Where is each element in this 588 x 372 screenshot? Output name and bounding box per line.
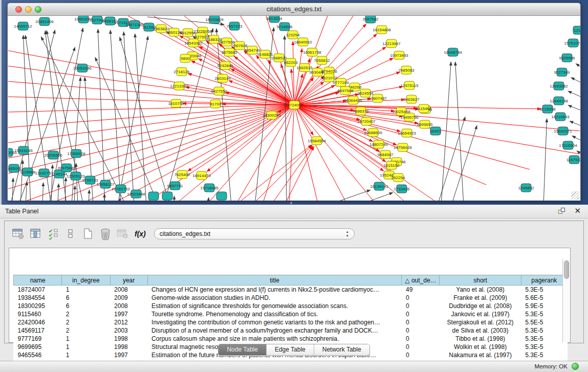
table-cell[interactable]: 5.3E-5: [521, 310, 567, 318]
frame-resize-grip[interactable]: [571, 191, 579, 200]
table-cell[interactable]: Stergiakouli et al. (2012): [440, 318, 521, 326]
column-header-name[interactable]: name: [14, 275, 62, 286]
table-cell[interactable]: 0: [402, 335, 440, 343]
table-row[interactable]: 2242004622012Investigating the contribut…: [14, 318, 568, 326]
table-cell[interactable]: Investigating the contribution of common…: [147, 318, 402, 326]
table-cell[interactable]: Franke et al. (2009): [440, 294, 521, 302]
table-cell[interactable]: 0: [402, 326, 440, 335]
table-cell[interactable]: 14569117: [14, 326, 62, 335]
table-cell[interactable]: 5.5E-5: [521, 318, 567, 326]
network-node-label: 16136141: [370, 184, 388, 189]
network-node-label: 10958107: [96, 182, 115, 187]
tab-edge-table[interactable]: Edge Table: [266, 344, 314, 355]
network-node-label: 1562615: [296, 65, 313, 70]
network-node-label: 9875685: [221, 50, 237, 55]
table-cell[interactable]: Dudbridge et al. (2008): [440, 302, 521, 310]
network-node-label: 16033809: [205, 17, 224, 22]
table-row[interactable]: 1456911722003Disruption of a novel membe…: [14, 326, 568, 335]
table-cell[interactable]: 2009: [110, 294, 147, 302]
network-node-label: 7625402: [174, 172, 190, 177]
table-cell[interactable]: de Silva et al. (2003): [440, 326, 521, 335]
table-cell[interactable]: 5.9E-5: [521, 302, 567, 310]
tab-network-table[interactable]: Network Table: [314, 344, 369, 355]
memory-status-icon[interactable]: [572, 363, 579, 370]
network-canvas[interactable]: 1872400714055712208914061065328715270026…: [8, 16, 580, 201]
table-cell[interactable]: 2: [62, 310, 110, 318]
table-cell[interactable]: 5.3E-5: [521, 335, 567, 343]
table-cell[interactable]: 1: [62, 286, 110, 294]
table-cell[interactable]: 19384554: [14, 294, 62, 302]
table-cell[interactable]: 9115460: [14, 310, 62, 318]
table-cell[interactable]: 1: [62, 335, 110, 343]
rows-icon[interactable]: [63, 226, 78, 242]
table-cell[interactable]: 2003: [110, 326, 147, 335]
table-cell[interactable]: Tibbo et al. (1998): [440, 335, 521, 343]
network-view-frame[interactable]: citations_edges.txt 18724007140557122089…: [7, 3, 581, 201]
table-cell[interactable]: 2: [62, 318, 110, 326]
table-cell[interactable]: 2008: [110, 286, 147, 294]
network-node-label: 16154808: [373, 28, 391, 32]
memory-status-label: Memory: OK: [534, 363, 568, 369]
table-cell[interactable]: 2: [62, 326, 110, 335]
table-row[interactable]: 911546021997Tourette syndrome. Phenomeno…: [14, 310, 568, 318]
network-node-label: 6497568: [337, 89, 354, 93]
network-node-label: 16914479: [192, 173, 211, 178]
new-table-icon[interactable]: [80, 226, 96, 242]
table-row[interactable]: 1830029562008Estimation of significance …: [14, 302, 568, 310]
table-cell[interactable]: 5.3E-5: [521, 286, 567, 294]
table-cell[interactable]: Jankovic et al. (1997): [440, 310, 521, 318]
table-row[interactable]: 1938455462009Genome-wide association stu…: [14, 294, 568, 302]
column-header-title[interactable]: title: [147, 275, 402, 286]
table-cell[interactable]: 0: [402, 310, 440, 318]
column-header-short[interactable]: short: [440, 275, 521, 286]
table-select-dropdown[interactable]: citations_edges.txt▲▼: [154, 228, 355, 239]
table-settings-icon[interactable]: [11, 226, 26, 242]
column-header-out_de[interactable]: △ out_de…: [402, 275, 440, 286]
table-cell[interactable]: 0: [402, 318, 440, 326]
table-row[interactable]: 977716911998Corpus callosum shape and si…: [14, 335, 568, 343]
table-cell[interactable]: 1998: [110, 335, 147, 343]
table-cell[interactable]: 18300295: [14, 302, 62, 310]
tab-node-table[interactable]: Node Table: [219, 344, 266, 355]
network-node-label: 13142757: [35, 171, 53, 176]
close-panel-icon[interactable]: ✕: [574, 206, 581, 215]
table-cell[interactable]: Disruption of a novel member of a sodium…: [147, 326, 402, 335]
select-columns-icon[interactable]: [28, 226, 43, 242]
splitter-handle[interactable]: ▴: [290, 201, 292, 205]
table-cell[interactable]: Genome-wide association studies in ADHD.: [147, 294, 402, 302]
network-node-label: 1245852: [518, 186, 534, 190]
table-cell[interactable]: 5.6E-5: [521, 294, 567, 302]
table-vertical-scrollbar[interactable]: [562, 259, 570, 342]
table-row[interactable]: 1872400712008Changes of HCN gene express…: [14, 286, 568, 294]
column-header-year[interactable]: year: [110, 275, 147, 286]
table-cell[interactable]: 0: [402, 294, 440, 302]
table-cell[interactable]: 9777169: [14, 335, 62, 343]
table-cell[interactable]: Corpus callosum shape and size in male p…: [147, 335, 402, 343]
table-cell[interactable]: 0: [402, 302, 440, 310]
table-cell[interactable]: Estimation of significance thresholds fo…: [147, 302, 402, 310]
table-cell[interactable]: 49: [402, 286, 440, 294]
table-cell[interactable]: Yano et al. (2008): [440, 286, 521, 294]
table-cell[interactable]: Changes of HCN gene expression and I(f) …: [147, 286, 402, 294]
network-node[interactable]: [162, 192, 172, 200]
row-selection-icon[interactable]: ✔✔✔: [46, 226, 61, 242]
column-header-pagerank[interactable]: pagerank: [521, 275, 567, 286]
network-node[interactable]: [148, 192, 159, 200]
table-cell[interactable]: Tourette syndrome. Phenomenology and cla…: [147, 310, 402, 318]
table-cell[interactable]: 18724007: [14, 286, 62, 294]
float-panel-icon[interactable]: [558, 208, 565, 215]
table-cell[interactable]: 2008: [110, 302, 147, 310]
network-frame-titlebar[interactable]: citations_edges.txt: [8, 3, 580, 16]
network-node-label: 1588520: [271, 56, 287, 60]
delete-table-icon[interactable]: [98, 226, 113, 242]
column-header-in_degree[interactable]: in_degree: [62, 275, 110, 286]
table-cell[interactable]: 6: [62, 294, 110, 302]
table-cell[interactable]: 6: [62, 302, 110, 310]
function-builder-icon[interactable]: f(x): [135, 230, 146, 238]
table-cell[interactable]: 2012: [110, 318, 147, 326]
table-cell[interactable]: 1997: [110, 310, 147, 318]
table-cell[interactable]: 22420046: [14, 318, 62, 326]
network-node[interactable]: [216, 192, 227, 200]
table-cell[interactable]: 5.3E-5: [521, 326, 567, 335]
scrollbar-thumb[interactable]: [564, 260, 569, 279]
